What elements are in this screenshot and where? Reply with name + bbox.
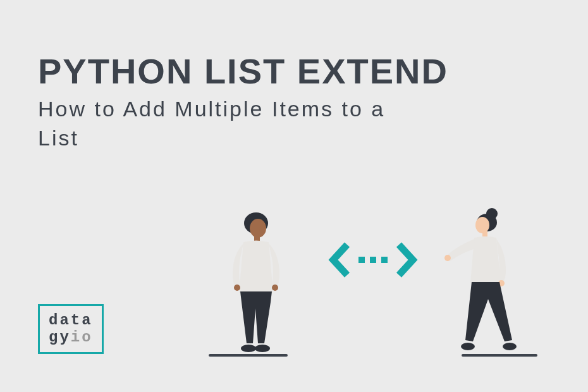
svg-point-7 bbox=[255, 345, 270, 352]
svg-point-2 bbox=[259, 226, 266, 233]
chevron-right-icon bbox=[395, 241, 418, 279]
page-title: PYTHON LIST EXTEND bbox=[38, 51, 448, 92]
svg-point-4 bbox=[234, 285, 240, 291]
logo-datagy: data gyio bbox=[38, 304, 104, 354]
svg-point-10 bbox=[475, 217, 489, 233]
svg-point-12 bbox=[444, 255, 451, 261]
dots-icon bbox=[358, 257, 388, 263]
svg-point-14 bbox=[461, 343, 475, 350]
svg-point-6 bbox=[241, 345, 256, 352]
illustration-container bbox=[209, 191, 537, 355]
page-subtitle: How to Add Multiple Items to a List bbox=[38, 95, 386, 153]
person-right bbox=[443, 207, 525, 355]
svg-point-5 bbox=[272, 285, 278, 291]
logo-line1: data bbox=[49, 312, 93, 329]
separator-chevrons bbox=[328, 241, 418, 279]
svg-rect-11 bbox=[482, 231, 487, 236]
svg-point-15 bbox=[503, 343, 517, 350]
svg-rect-3 bbox=[254, 235, 260, 241]
person-left bbox=[221, 211, 288, 355]
chevron-left-icon bbox=[328, 241, 351, 279]
logo-line2: gyio bbox=[49, 329, 93, 346]
